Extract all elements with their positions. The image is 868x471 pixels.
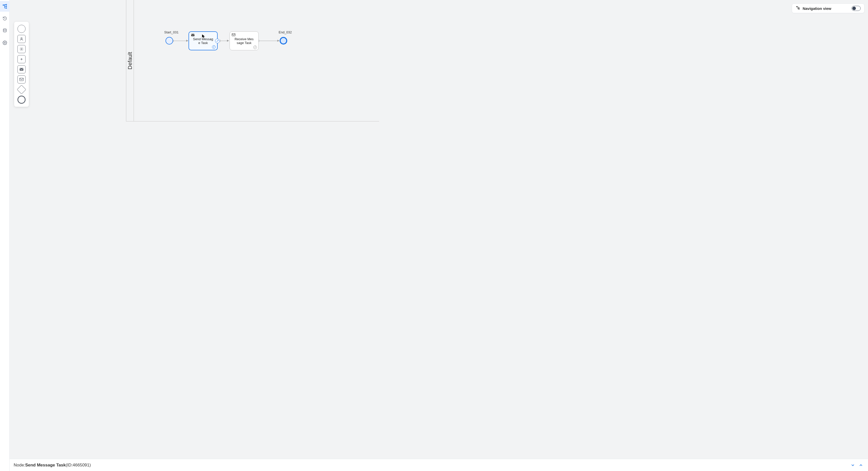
end-event[interactable] bbox=[280, 37, 287, 44]
mail-outline-icon bbox=[232, 33, 235, 37]
start-event[interactable] bbox=[165, 37, 173, 44]
bpmn-pool[interactable]: Default Start_031 Send Messag e Task i bbox=[126, 0, 379, 121]
receive-message-task[interactable]: Receive Mes sage Task i bbox=[229, 31, 259, 50]
sequence-flow[interactable] bbox=[173, 41, 188, 41]
svg-point-4 bbox=[3, 29, 6, 30]
status-node-id: 4665091 bbox=[73, 463, 89, 468]
svg-point-13 bbox=[799, 9, 799, 9]
diagram-canvas[interactable]: Default Start_031 Send Messag e Task i bbox=[10, 0, 868, 459]
history-icon[interactable] bbox=[0, 13, 10, 24]
lane-body[interactable]: Start_031 Send Messag e Task i bbox=[134, 0, 379, 121]
info-icon[interactable]: i bbox=[212, 45, 216, 49]
process-nav-icon[interactable] bbox=[0, 1, 10, 12]
svg-point-5 bbox=[4, 42, 5, 43]
mail-filled-icon bbox=[191, 33, 195, 37]
svg-point-12 bbox=[796, 6, 797, 7]
receive-task-label: Receive Mes sage Task bbox=[235, 37, 254, 45]
navigation-view-panel: Navigation view bbox=[792, 4, 864, 13]
svg-rect-10 bbox=[191, 34, 195, 36]
svg-rect-11 bbox=[232, 34, 235, 36]
send-message-task[interactable]: Send Messag e Task i bbox=[189, 31, 218, 50]
svg-point-14 bbox=[799, 8, 799, 8]
toggle-knob bbox=[852, 7, 856, 10]
navigation-view-toggle[interactable] bbox=[851, 6, 861, 11]
left-nav-rail bbox=[0, 0, 10, 471]
status-node-prefix: Node: bbox=[14, 463, 25, 468]
navigation-view-label: Navigation view bbox=[803, 6, 831, 11]
status-id-suffix: ) bbox=[89, 463, 91, 468]
lane-label[interactable]: Default bbox=[126, 0, 134, 121]
end-event-label: End_032 bbox=[279, 30, 292, 34]
sequence-flow[interactable] bbox=[259, 41, 279, 41]
sequence-flow-handle-icon[interactable] bbox=[215, 39, 220, 43]
status-bar: Node: Send Message Task (ID: 4665091 ) bbox=[10, 459, 868, 471]
settings-icon[interactable] bbox=[0, 37, 10, 48]
lane-name-text: Default bbox=[127, 52, 133, 69]
collapse-panel-button[interactable] bbox=[850, 462, 856, 468]
navigation-icon bbox=[796, 6, 800, 11]
sequence-flow[interactable] bbox=[220, 41, 229, 41]
info-icon[interactable]: i bbox=[253, 45, 257, 49]
status-node-name: Send Message Task bbox=[25, 463, 66, 468]
start-event-label: Start_031 bbox=[164, 30, 178, 34]
send-task-label: Send Messag e Task bbox=[193, 37, 213, 45]
status-id-prefix: (ID: bbox=[66, 463, 73, 468]
database-icon[interactable] bbox=[0, 25, 10, 36]
expand-panel-button[interactable] bbox=[858, 462, 864, 468]
